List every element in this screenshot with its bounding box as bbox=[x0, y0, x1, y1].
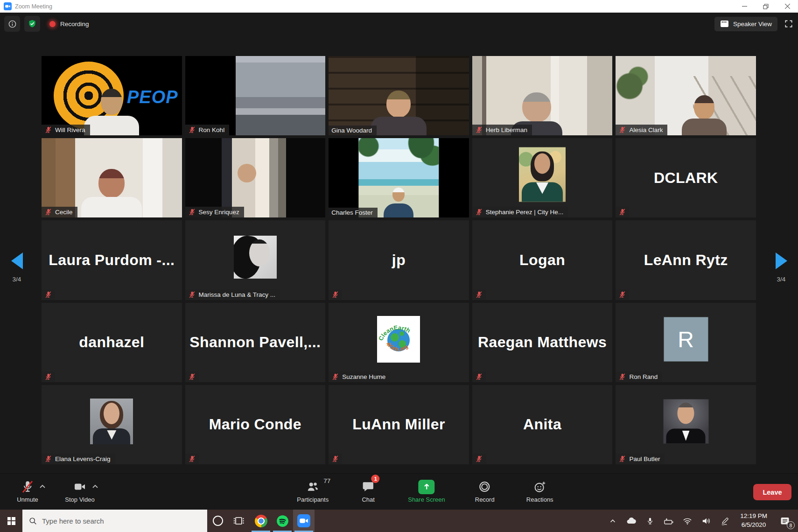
leave-button[interactable]: Leave bbox=[753, 484, 791, 500]
participant-tile[interactable]: CleanEarth4Kids.orgSuzanne Hume bbox=[329, 303, 469, 382]
recording-dot-icon bbox=[49, 21, 56, 27]
microphone-tray-icon[interactable] bbox=[642, 510, 658, 532]
mute-indicator bbox=[42, 289, 55, 300]
mic-muted-icon bbox=[331, 373, 339, 381]
mic-muted-icon bbox=[475, 291, 483, 299]
participant-tile[interactable]: Cecile bbox=[42, 138, 182, 217]
fullscreen-button[interactable] bbox=[784, 19, 793, 28]
meeting-toolbar-bottom: Unmute Stop Video 77 Participants bbox=[0, 473, 798, 510]
participant-tile[interactable]: jp bbox=[329, 220, 469, 300]
restore-button[interactable] bbox=[755, 0, 777, 13]
volume-icon[interactable] bbox=[698, 510, 714, 532]
participant-name: Marissa de Luna & Tracy ... bbox=[199, 291, 275, 298]
mic-muted-icon bbox=[21, 480, 35, 494]
participant-tile[interactable]: Mario Conde bbox=[185, 385, 326, 464]
mute-indicator bbox=[329, 454, 342, 464]
participant-name-label: Paul Butler bbox=[616, 454, 665, 464]
mute-indicator bbox=[472, 454, 486, 464]
chat-button[interactable]: 1 Chat bbox=[353, 478, 384, 503]
participant-tile[interactable]: PEOPWill Rivera bbox=[42, 56, 182, 135]
reactions-button[interactable]: Reactions bbox=[525, 478, 555, 503]
participant-tile[interactable]: Alesia Clark bbox=[616, 56, 756, 135]
participant-tile[interactable]: Gina Woodard bbox=[329, 56, 469, 135]
next-page-arrow-icon[interactable] bbox=[776, 252, 787, 269]
video-gallery: 3/4 PEOPWill RiveraRon KohlGina WoodardH… bbox=[0, 35, 798, 473]
page-indicator: 3/4 bbox=[770, 276, 792, 283]
participant-name-label: Stephanie Perez | City He... bbox=[472, 207, 568, 217]
video-feed bbox=[616, 56, 756, 135]
participant-name-label: Elana Levens-Craig bbox=[42, 454, 115, 464]
participant-tile[interactable]: Stephanie Perez | City He... bbox=[472, 138, 613, 217]
participant-tile[interactable]: LuAnn Miller bbox=[329, 385, 469, 464]
participant-tile[interactable]: Charles Foster bbox=[329, 138, 469, 217]
participant-name-label: Cecile bbox=[42, 207, 77, 217]
mic-muted-icon bbox=[618, 208, 626, 216]
mic-muted-icon bbox=[44, 455, 52, 463]
encryption-shield-button[interactable] bbox=[24, 16, 40, 32]
task-view-button[interactable] bbox=[229, 510, 250, 532]
screen: Zoom Meeting Recording Speaker View bbox=[0, 0, 798, 532]
participant-tile[interactable]: Marissa de Luna & Tracy ... bbox=[185, 220, 326, 300]
stop-video-button[interactable]: Stop Video bbox=[64, 478, 95, 503]
video-options-chevron[interactable] bbox=[92, 482, 98, 490]
speaker-view-button[interactable]: Speaker View bbox=[714, 17, 777, 31]
search-input[interactable] bbox=[42, 517, 182, 525]
participant-tile[interactable]: LeAnn Rytz bbox=[616, 220, 756, 300]
window-titlebar: Zoom Meeting bbox=[0, 0, 798, 13]
participant-tile[interactable]: RRon Rand bbox=[616, 303, 756, 382]
participant-tile[interactable]: Elana Levens-Craig bbox=[42, 385, 182, 464]
participant-tile[interactable]: DCLARK bbox=[616, 138, 756, 217]
participant-tile[interactable]: Logan bbox=[472, 220, 613, 300]
participant-tile[interactable]: Shannon Pavell,... bbox=[185, 303, 326, 382]
mic-muted-icon bbox=[331, 455, 339, 463]
participant-tile[interactable]: Herb Liberman bbox=[472, 56, 613, 135]
display-name: Mario Conde bbox=[185, 385, 326, 464]
mic-muted-icon bbox=[188, 126, 196, 134]
participant-name-label: Marissa de Luna & Tracy ... bbox=[185, 289, 280, 300]
tray-expand-chevron[interactable] bbox=[605, 510, 621, 532]
record-button[interactable]: Record bbox=[469, 478, 500, 503]
taskbar-zoom-button[interactable] bbox=[293, 510, 315, 532]
share-screen-button[interactable]: Share Screen bbox=[408, 478, 445, 503]
windows-taskbar: 12:19 PM 6/5/2020 8 bbox=[0, 510, 798, 532]
participant-tile[interactable]: Anita bbox=[472, 385, 613, 464]
display-name: DCLARK bbox=[616, 138, 756, 217]
participants-button[interactable]: 77 Participants bbox=[297, 478, 329, 503]
action-center-button[interactable]: 8 bbox=[775, 510, 795, 532]
participant-tile[interactable]: Ron Kohl bbox=[185, 56, 326, 135]
previous-page-arrow-icon[interactable] bbox=[11, 252, 23, 269]
mute-indicator bbox=[185, 371, 199, 382]
participant-name-label: Sesy Enriquez bbox=[185, 207, 244, 217]
wifi-icon[interactable] bbox=[679, 510, 695, 532]
onedrive-icon[interactable] bbox=[623, 510, 639, 532]
unmute-button[interactable]: Unmute bbox=[12, 478, 43, 503]
participant-name: Ron Rand bbox=[629, 373, 658, 380]
windows-logo-icon bbox=[7, 517, 15, 525]
audio-options-chevron[interactable] bbox=[39, 482, 46, 490]
participant-tile[interactable]: Raegan Matthews bbox=[472, 303, 613, 382]
video-feed bbox=[185, 56, 326, 135]
taskbar-chrome-button[interactable] bbox=[250, 510, 272, 532]
taskbar-search[interactable] bbox=[22, 510, 207, 532]
participant-name-label: Herb Liberman bbox=[472, 125, 532, 135]
taskbar-spotify-button[interactable] bbox=[272, 510, 293, 532]
person-silhouette bbox=[378, 188, 420, 217]
participant-tile[interactable]: Paul Butler bbox=[616, 385, 756, 464]
participant-tile[interactable]: Laura Purdom -... bbox=[42, 220, 182, 300]
start-button[interactable] bbox=[0, 510, 22, 532]
clock-date: 6/5/2020 bbox=[740, 521, 767, 530]
minimize-button[interactable] bbox=[734, 0, 755, 13]
cortana-button[interactable] bbox=[207, 510, 229, 532]
windows-ink-pen-icon[interactable] bbox=[717, 510, 733, 532]
participant-name: Suzanne Hume bbox=[342, 373, 385, 380]
video-camera-icon bbox=[72, 481, 87, 492]
display-name: Raegan Matthews bbox=[472, 303, 613, 382]
participants-icon bbox=[306, 481, 319, 493]
taskbar-clock[interactable]: 12:19 PM 6/5/2020 bbox=[735, 512, 772, 530]
mic-muted-icon bbox=[188, 373, 196, 381]
participant-tile[interactable]: danhazel bbox=[42, 303, 182, 382]
participant-tile[interactable]: Sesy Enriquez bbox=[185, 138, 326, 217]
close-button[interactable] bbox=[777, 0, 798, 13]
battery-icon[interactable] bbox=[661, 510, 677, 532]
meeting-info-button[interactable] bbox=[4, 16, 20, 32]
